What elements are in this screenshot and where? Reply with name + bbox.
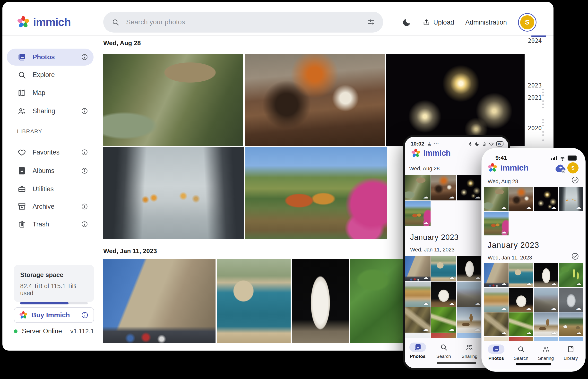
- overflow-icon: ⋯: [433, 141, 439, 147]
- photo-church[interactable]: ☁: [457, 307, 482, 332]
- sidebar-item-albums[interactable]: Albums: [7, 162, 94, 179]
- info-icon[interactable]: [81, 311, 89, 319]
- timeline-year-2021[interactable]: 2021: [528, 94, 543, 101]
- sidebar-item-favorites[interactable]: Favorites: [7, 144, 94, 161]
- administration-link[interactable]: Administration: [465, 19, 507, 26]
- photo-snow[interactable]: ☁: [405, 333, 430, 338]
- nav-library[interactable]: Library: [558, 342, 583, 369]
- timeline-year-2024[interactable]: 2024: [528, 37, 543, 44]
- photo-fireworks[interactable]: ☁: [457, 175, 482, 200]
- info-icon[interactable]: [81, 167, 88, 174]
- immich-logo[interactable]: immich: [17, 16, 71, 29]
- timeline-year-2020[interactable]: 2020: [528, 125, 543, 132]
- photo-hands[interactable]: ☁: [559, 187, 583, 211]
- sidebar-item-photos[interactable]: Photos: [7, 48, 94, 66]
- buy-immich-button[interactable]: Buy Immich: [14, 307, 94, 323]
- photo-cake[interactable]: ☁: [509, 337, 534, 341]
- sidebar-item-explore[interactable]: Explore: [7, 66, 94, 83]
- sidebar-item-label: Favorites: [32, 149, 60, 156]
- buy-immich-label: Buy Immich: [31, 311, 70, 319]
- sidebar-item-utilities[interactable]: Utilities: [7, 180, 94, 198]
- photo-sky2[interactable]: ☁: [559, 337, 583, 341]
- server-status-row: Server Online v1.112.1: [14, 328, 94, 335]
- photo-dinner[interactable]: [245, 54, 385, 146]
- photo-hands[interactable]: [103, 147, 244, 239]
- home-indicator[interactable]: [516, 363, 551, 365]
- battery-icon: [568, 156, 577, 161]
- filter-icon[interactable]: [367, 18, 375, 26]
- photo-coast[interactable]: ☁: [431, 256, 457, 281]
- photos-icon: [488, 345, 504, 354]
- photo-sculpture[interactable]: ☁: [509, 288, 534, 312]
- info-icon[interactable]: [81, 149, 88, 156]
- storage-progress-track: [20, 302, 88, 304]
- photo-dinner[interactable]: ☁: [509, 187, 534, 211]
- photo-dinner[interactable]: ☁: [431, 175, 457, 200]
- photo-castle[interactable]: ☁: [405, 256, 430, 281]
- photo-lizard2[interactable]: ☁: [431, 307, 457, 332]
- photo-ruins[interactable]: ☁: [457, 282, 482, 307]
- photo-sculpture[interactable]: ☁: [431, 282, 457, 307]
- upload-button[interactable]: Upload: [423, 18, 454, 26]
- sidebar-item-trash[interactable]: Trash: [7, 216, 94, 233]
- photo-fireworks[interactable]: [386, 54, 524, 146]
- photo-cake[interactable]: ☁: [431, 333, 457, 338]
- photo-monkeys[interactable]: ☁: [484, 187, 509, 211]
- photo-church[interactable]: ☁: [534, 313, 558, 336]
- photo-coast[interactable]: ☁: [509, 263, 534, 287]
- photo-ruins[interactable]: ☁: [534, 288, 558, 312]
- photo-monkeys[interactable]: [103, 54, 243, 146]
- info-icon[interactable]: [81, 107, 88, 115]
- photo-bust[interactable]: ☁: [534, 263, 558, 287]
- photo-farm[interactable]: ☁: [559, 313, 583, 336]
- photo-sky[interactable]: ☁: [534, 337, 558, 341]
- wifi-icon: [488, 141, 494, 146]
- cloud-backup-icon: ☁: [576, 281, 581, 286]
- date-header-aug28: Wed, Aug 28: [488, 178, 518, 185]
- photo-coast[interactable]: [217, 259, 291, 343]
- info-icon[interactable]: [81, 53, 88, 61]
- people-icon: [17, 107, 26, 115]
- nav-photos[interactable]: Photos: [484, 342, 509, 369]
- immich-logo: immich: [411, 148, 451, 158]
- cloud-backup-icon: ☁: [551, 205, 556, 210]
- photo-fireworks[interactable]: ☁: [534, 187, 558, 211]
- photo-grapes[interactable]: ☁: [559, 263, 583, 287]
- photo-lizard1[interactable]: ☁: [405, 307, 430, 332]
- photo-castle[interactable]: ☁: [484, 263, 509, 287]
- photo-bust[interactable]: [292, 259, 349, 343]
- sidebar-item-map[interactable]: Map: [7, 84, 94, 101]
- photo-castle[interactable]: [103, 259, 216, 343]
- photo-lizard2[interactable]: ☁: [509, 313, 534, 336]
- photo-sky[interactable]: ☁: [457, 333, 482, 338]
- photo-silver[interactable]: ☁: [559, 288, 583, 312]
- select-all-check-icon[interactable]: [571, 176, 579, 184]
- backup-cloud-icon[interactable]: [554, 163, 567, 174]
- select-all-check-icon[interactable]: [571, 252, 579, 260]
- sidebar-item-sharing[interactable]: Sharing: [7, 103, 94, 120]
- data-saver-icon: ◬: [428, 141, 431, 146]
- home-indicator[interactable]: [437, 362, 476, 364]
- photo-bust[interactable]: ☁: [457, 256, 482, 281]
- photo-path[interactable]: ☁: [405, 201, 430, 226]
- dark-mode-toggle-icon[interactable]: [402, 18, 411, 27]
- search-input[interactable]: [126, 18, 361, 26]
- photo-monkeys[interactable]: ☁: [405, 175, 430, 200]
- photo-path[interactable]: [245, 147, 387, 239]
- timeline-active-bar[interactable]: [531, 35, 546, 37]
- timeline-year-2023[interactable]: 2023: [528, 82, 543, 89]
- nav-photos[interactable]: Photos: [405, 340, 431, 368]
- info-icon[interactable]: [81, 203, 88, 210]
- user-avatar[interactable]: S: [518, 13, 537, 32]
- month-header: January 2023: [488, 240, 539, 250]
- photo-lizard1[interactable]: ☁: [484, 313, 509, 336]
- photo-beach[interactable]: ☁: [405, 282, 430, 307]
- user-avatar[interactable]: S: [567, 162, 578, 174]
- photo-sand[interactable]: ☁: [484, 337, 509, 341]
- info-icon[interactable]: [81, 221, 88, 228]
- search-bar[interactable]: [103, 12, 383, 32]
- photo-path[interactable]: ☁: [484, 212, 509, 236]
- sidebar-item-archive[interactable]: Archive: [7, 198, 94, 215]
- status-time: 9:41: [495, 155, 507, 161]
- photo-beach[interactable]: ☁: [484, 288, 509, 312]
